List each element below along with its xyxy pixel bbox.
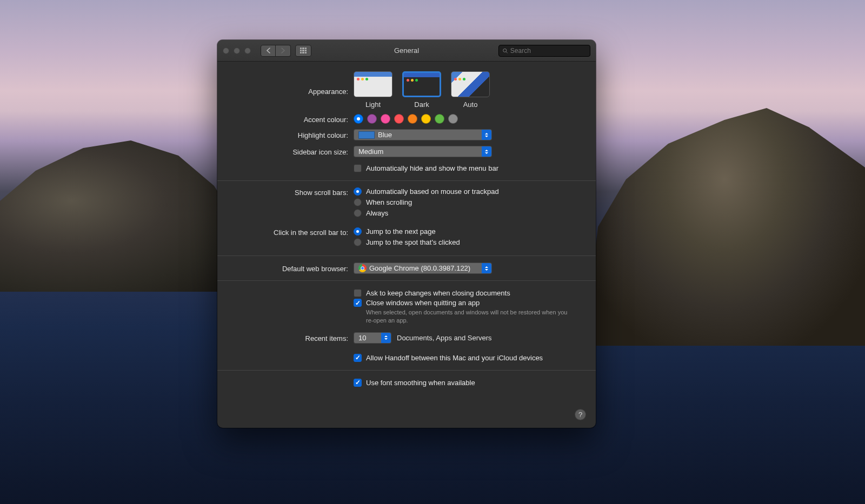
- chevron-left-icon: [266, 48, 271, 53]
- scrollclick-spot-label: Jump to the spot that's clicked: [366, 238, 460, 246]
- appearance-light-label: Light: [365, 100, 381, 109]
- search-input[interactable]: [510, 47, 587, 55]
- content: Appearance: Light Dark Auto: [217, 62, 596, 400]
- scrollclick-label: Click in the scroll bar to:: [228, 227, 354, 237]
- window-title: General: [394, 46, 419, 55]
- appearance-dark[interactable]: Dark: [402, 71, 441, 109]
- titlebar: General: [217, 40, 596, 62]
- search-field[interactable]: [498, 45, 590, 57]
- grid-icon: [300, 48, 307, 54]
- search-icon: [502, 48, 508, 54]
- nav-buttons: [261, 45, 291, 57]
- default-browser-select[interactable]: Google Chrome (80.0.3987.122): [354, 263, 492, 274]
- accent-yellow[interactable]: [421, 114, 431, 124]
- accent-orange[interactable]: [408, 114, 417, 124]
- appearance-light-thumb: [354, 71, 392, 97]
- appearance-auto[interactable]: Auto: [451, 71, 490, 109]
- recent-items-select[interactable]: 10: [354, 332, 391, 344]
- appearance-light[interactable]: Light: [354, 71, 392, 109]
- autohide-menubar-label: Automatically hide and show the menu bar: [366, 164, 498, 172]
- accent-colors: [354, 114, 585, 124]
- highlight-label: Highlight colour:: [228, 130, 354, 139]
- highlight-swatch-icon: [358, 131, 375, 139]
- appearance-dark-label: Dark: [414, 100, 429, 109]
- accent-graphite[interactable]: [448, 114, 458, 124]
- scrollclick-page-label: Jump to the next page: [366, 227, 436, 236]
- font-smoothing-checkbox[interactable]: [354, 379, 362, 387]
- sidebar-size-value: Medium: [358, 147, 383, 156]
- autohide-menubar-checkbox[interactable]: [354, 164, 362, 172]
- close-windows-label: Close windows when quitting an app: [366, 299, 480, 307]
- accent-purple[interactable]: [367, 114, 377, 124]
- divider: [217, 256, 596, 256]
- appearance-auto-thumb: [451, 71, 490, 97]
- accent-blue[interactable]: [354, 114, 363, 124]
- chevron-right-icon: [281, 48, 285, 53]
- handoff-checkbox[interactable]: [354, 354, 362, 362]
- ask-changes-checkbox[interactable]: [354, 289, 362, 297]
- stepper-arrows-icon: [482, 263, 491, 273]
- divider: [217, 370, 596, 371]
- scrollclick-spot-radio[interactable]: [354, 238, 362, 246]
- accent-pink[interactable]: [381, 114, 390, 124]
- handoff-label: Allow Handoff between this Mac and your …: [366, 354, 543, 362]
- scrollbars-scrolling-label: When scrolling: [366, 198, 412, 206]
- stepper-arrows-icon: [381, 333, 391, 343]
- chrome-icon: [358, 264, 367, 272]
- back-button[interactable]: [261, 45, 276, 57]
- appearance-auto-label: Auto: [463, 100, 478, 109]
- help-button[interactable]: ?: [575, 409, 586, 420]
- divider: [217, 180, 596, 181]
- appearance-label: Appearance:: [228, 71, 354, 96]
- appearance-options: Light Dark Auto: [354, 71, 585, 109]
- highlight-select[interactable]: Blue: [354, 129, 492, 140]
- recent-items-value: 10: [358, 334, 366, 342]
- accent-red[interactable]: [394, 114, 404, 124]
- scrollbars-label: Show scroll bars:: [228, 187, 354, 197]
- scrollbars-auto-radio[interactable]: [354, 187, 362, 196]
- show-all-button[interactable]: [295, 45, 311, 57]
- font-smoothing-label: Use font smoothing when available: [366, 379, 475, 387]
- default-browser-value: Google Chrome (80.0.3987.122): [369, 264, 470, 272]
- close-button[interactable]: [223, 48, 229, 54]
- minimize-button[interactable]: [234, 48, 240, 54]
- scrollbars-always-radio[interactable]: [354, 209, 362, 217]
- svg-line-1: [506, 51, 507, 52]
- recent-items-suffix: Documents, Apps and Servers: [397, 334, 492, 342]
- stepper-arrows-icon: [482, 146, 491, 157]
- wallpaper-island-left: [0, 140, 238, 292]
- ask-changes-label: Ask to keep changes when closing documen…: [366, 289, 510, 297]
- preferences-window: General Appearance: Light Dark: [217, 40, 596, 428]
- close-windows-checkbox[interactable]: [354, 299, 362, 307]
- sidebar-size-select[interactable]: Medium: [354, 146, 492, 157]
- wallpaper-island-right: [584, 108, 865, 346]
- accent-green[interactable]: [435, 114, 444, 124]
- stepper-arrows-icon: [482, 130, 491, 140]
- close-windows-hint: When selected, open documents and window…: [366, 308, 571, 325]
- scrollbars-auto-label: Automatically based on mouse or trackpad: [366, 187, 499, 196]
- appearance-dark-thumb: [402, 71, 441, 97]
- highlight-value: Blue: [378, 131, 392, 139]
- scrollbars-scrolling-radio[interactable]: [354, 198, 362, 206]
- browser-label: Default web browser:: [228, 264, 354, 273]
- traffic-lights: [223, 48, 251, 54]
- sidebar-label: Sidebar icon size:: [228, 147, 354, 156]
- scrollclick-page-radio[interactable]: [354, 227, 362, 236]
- forward-button[interactable]: [276, 45, 291, 57]
- zoom-button[interactable]: [244, 48, 251, 54]
- scrollbars-always-label: Always: [366, 209, 388, 217]
- recent-label: Recent items:: [228, 333, 354, 342]
- divider: [217, 280, 596, 281]
- accent-label: Accent colour:: [228, 115, 354, 124]
